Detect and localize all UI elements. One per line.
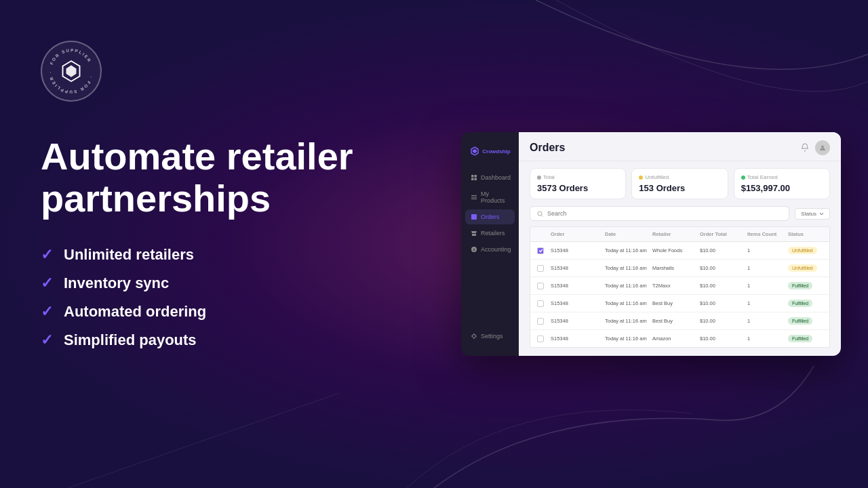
check-icon-2: ✓ — [41, 274, 53, 292]
retailers-icon — [471, 230, 477, 237]
svg-point-12 — [538, 211, 542, 216]
user-avatar[interactable] — [815, 140, 830, 155]
cell-status: Unfulfilled — [785, 263, 829, 273]
checkbox-checked[interactable] — [537, 247, 544, 254]
cell-items: 1 — [745, 246, 785, 255]
cell-retailer: Best Buy — [650, 317, 697, 325]
col-items-count: Items Count — [745, 230, 785, 239]
cell-checkbox[interactable] — [534, 246, 548, 256]
stat-total-label: Total — [537, 174, 618, 180]
checkbox-unchecked[interactable] — [537, 265, 544, 272]
table-row[interactable]: S15348 Today at 11:16 am Marshalls $10.0… — [530, 260, 829, 277]
checkbox-unchecked[interactable] — [537, 318, 544, 325]
cell-retailer: Marshalls — [650, 264, 697, 272]
col-checkbox — [534, 230, 548, 239]
cell-retailer: Best Buy — [650, 299, 697, 308]
cell-items: 1 — [745, 299, 785, 308]
sidebar: Crowdship Dashboard My Products Orders R… — [461, 132, 519, 356]
status-filter-button[interactable]: Status — [795, 208, 830, 220]
header-icons — [800, 140, 830, 155]
cell-total: $10.00 — [697, 246, 745, 255]
col-status: Status — [785, 230, 829, 239]
sidebar-brand: Crowdship — [461, 140, 519, 162]
cell-items: 1 — [745, 334, 785, 343]
cell-total: $10.00 — [697, 281, 745, 290]
search-bar[interactable] — [530, 206, 789, 221]
bell-icon[interactable] — [800, 143, 810, 152]
table-row[interactable]: S15348 Today at 11:16 am Best Buy $10.00… — [530, 312, 829, 330]
table-row[interactable]: S15348 Today at 11:16 am Amazon $10.00 1… — [530, 330, 829, 347]
avatar-icon — [818, 143, 827, 152]
cell-items: 1 — [745, 264, 785, 272]
status-badge: Unfulfilled — [788, 264, 817, 272]
cell-order: S15348 — [548, 317, 602, 325]
status-badge: Fulfilled — [788, 282, 812, 289]
stat-earned-label: Total Earned — [741, 174, 823, 180]
stat-total-value: 3573 Orders — [537, 183, 618, 193]
cell-order: S15348 — [548, 299, 602, 308]
cell-order: S15348 — [548, 264, 602, 272]
checkbox-unchecked[interactable] — [537, 336, 544, 342]
logo-badge: FOR SUPPLIER · FOR SUPPLIER · — [41, 41, 102, 102]
cell-checkbox[interactable] — [534, 334, 548, 344]
cell-total: $10.00 — [697, 334, 745, 343]
table-row[interactable]: S15348 Today at 11:16 am T2Maxx $10.00 1… — [530, 277, 829, 295]
checkbox-unchecked[interactable] — [537, 283, 544, 289]
main-header: Orders — [519, 132, 841, 161]
svg-rect-8 — [471, 178, 474, 181]
cell-order: S15348 — [548, 281, 602, 290]
cell-checkbox[interactable] — [534, 264, 548, 273]
cell-items: 1 — [745, 317, 785, 325]
chevron-down-icon — [819, 211, 824, 216]
nav-item-accounting[interactable]: Accounting — [465, 242, 515, 257]
nav-item-dashboard[interactable]: Dashboard — [465, 170, 515, 185]
svg-rect-6 — [471, 175, 474, 178]
cell-checkbox[interactable] — [534, 299, 548, 308]
stat-dot-total — [537, 176, 541, 180]
nav-item-my-products[interactable]: My Products — [465, 186, 515, 208]
cell-retailer: T2Maxx — [650, 281, 697, 290]
accounting-icon — [471, 246, 477, 253]
col-retailer: Retailer — [650, 230, 697, 239]
cell-status: Fulfilled — [785, 333, 829, 344]
settings-icon — [471, 333, 477, 340]
col-order: Order — [548, 230, 602, 239]
feature-item-unlimited-retailers: ✓ Unlimited retailers — [41, 246, 420, 264]
cell-date: Today at 11:16 am — [602, 281, 650, 290]
cell-date: Today at 11:16 am — [602, 264, 650, 272]
svg-rect-7 — [475, 175, 477, 178]
cell-checkbox[interactable] — [534, 317, 548, 326]
cell-date: Today at 11:16 am — [602, 334, 650, 343]
search-input[interactable] — [547, 210, 782, 217]
table-row[interactable]: S15348 Today at 11:16 am Whole Foods $10… — [530, 242, 829, 260]
nav-item-settings[interactable]: Settings — [465, 329, 515, 344]
badge-circle-text: FOR SUPPLIER · FOR SUPPLIER · — [42, 42, 100, 100]
cell-status: Unfulfilled — [785, 245, 829, 256]
stat-total: Total 3573 Orders — [530, 168, 626, 199]
table-row[interactable]: S15348 Today at 11:16 am Best Buy $10.00… — [530, 295, 829, 312]
nav-item-orders[interactable]: Orders — [465, 209, 515, 224]
cell-checkbox[interactable] — [534, 281, 548, 291]
cell-status: Fulfilled — [785, 281, 829, 291]
app-window: Crowdship Dashboard My Products Orders R… — [461, 132, 841, 356]
cell-total: $10.00 — [697, 317, 745, 325]
cell-date: Today at 11:16 am — [602, 246, 650, 255]
svg-rect-9 — [475, 178, 477, 181]
cell-status: Fulfilled — [785, 316, 829, 326]
stat-dot-unfulfilled — [639, 176, 643, 180]
cell-total: $10.00 — [697, 299, 745, 308]
stat-dot-earned — [741, 176, 745, 180]
col-date: Date — [602, 230, 650, 239]
stat-unfulfilled-label: Unfulfilled — [639, 174, 720, 180]
checkbox-unchecked[interactable] — [537, 300, 544, 307]
table-body: S15348 Today at 11:16 am Whole Foods $10… — [530, 242, 830, 348]
stat-unfulfilled: Unfulfilled 153 Orders — [631, 168, 728, 199]
cell-order: S15348 — [548, 246, 602, 255]
svg-point-11 — [821, 146, 824, 148]
sidebar-nav: Dashboard My Products Orders Retailers A… — [461, 170, 519, 325]
status-badge: Unfulfilled — [788, 247, 817, 254]
dashboard-icon — [471, 174, 477, 181]
svg-text:FOR SUPPLIER: FOR SUPPLIER — [49, 47, 92, 65]
nav-item-retailers[interactable]: Retailers — [465, 226, 515, 241]
stat-earned: Total Earned $153,997.00 — [734, 168, 830, 199]
